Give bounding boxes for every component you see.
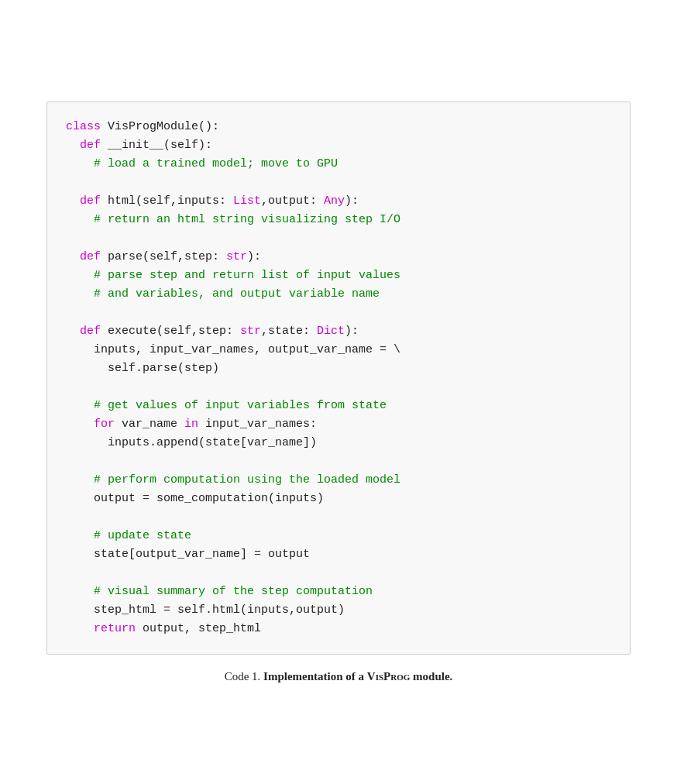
caption-prefix: Code 1. <box>225 670 263 683</box>
code-line <box>66 174 611 192</box>
caption-bold: Implementation of a VisProg module. <box>263 670 452 683</box>
code-line <box>66 378 611 397</box>
caption-sc: VisProg <box>367 670 410 683</box>
code-line: def html(self,inputs: List,output: Any): <box>66 192 611 211</box>
code-line: for var_name in input_var_names: <box>66 415 611 434</box>
page-container: class VisProgModule(): def __init__(self… <box>0 0 677 784</box>
code-line <box>66 304 611 322</box>
code-line <box>66 564 611 583</box>
code-line: # parse step and return list of input va… <box>66 266 611 285</box>
code-line: def execute(self,step: str,state: Dict): <box>66 322 611 341</box>
code-line: def __init__(self): <box>66 136 611 155</box>
code-line: # return an html string visualizing step… <box>66 211 611 229</box>
code-line: def parse(self,step: str): <box>66 248 611 266</box>
code-line: # load a trained model; move to GPU <box>66 155 611 174</box>
code-line: class VisProgModule(): <box>66 118 611 136</box>
code-line: return output, step_html <box>66 620 611 638</box>
code-line: # update state <box>66 527 611 545</box>
figure-caption: Code 1. Implementation of a VisProg modu… <box>225 670 453 683</box>
code-line: inputs.append(state[var_name]) <box>66 434 611 452</box>
code-line: # get values of input variables from sta… <box>66 397 611 415</box>
code-line: inputs, input_var_names, output_var_name… <box>66 341 611 359</box>
code-block: class VisProgModule(): def __init__(self… <box>46 101 631 655</box>
code-line: # visual summary of the step computation <box>66 583 611 601</box>
code-line: # perform computation using the loaded m… <box>66 471 611 490</box>
code-line: # and variables, and output variable nam… <box>66 285 611 304</box>
code-line: state[output_var_name] = output <box>66 545 611 564</box>
code-line <box>66 508 611 527</box>
code-line <box>66 229 611 248</box>
code-line: self.parse(step) <box>66 359 611 378</box>
code-line: output = some_computation(inputs) <box>66 490 611 508</box>
code-line: step_html = self.html(inputs,output) <box>66 601 611 620</box>
code-line <box>66 452 611 471</box>
